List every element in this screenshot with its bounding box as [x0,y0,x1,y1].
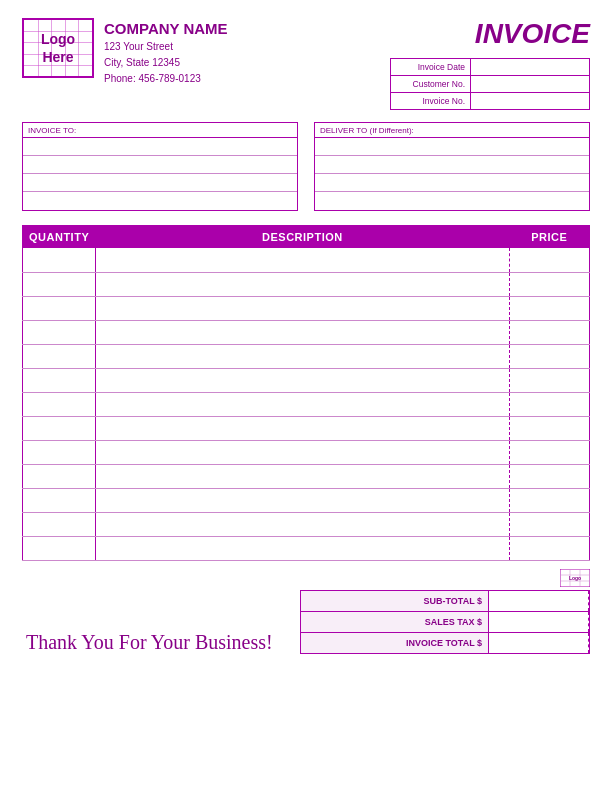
invoice-page: Logo Here COMPANY NAME 123 Your Street C… [0,0,612,792]
customer-no-label: Customer No. [391,76,471,92]
invoice-to-box: INVOICE TO: [22,122,298,211]
price-cell[interactable] [510,440,590,464]
desc-cell[interactable] [95,488,509,512]
qty-cell[interactable] [23,320,96,344]
subtotal-row: SUB-TOTAL $ [301,591,589,612]
table-row [23,488,590,512]
table-row [23,272,590,296]
address-line[interactable] [23,192,297,210]
table-row [23,512,590,536]
qty-cell[interactable] [23,392,96,416]
table-row [23,320,590,344]
address-line[interactable] [315,156,589,174]
tax-label: SALES TAX $ [301,612,489,632]
qty-cell[interactable] [23,368,96,392]
address-line[interactable] [23,138,297,156]
invoice-table: QUANTITY DESCRIPTION PRICE [22,225,590,561]
qty-cell[interactable] [23,344,96,368]
table-row [23,368,590,392]
total-value[interactable] [489,633,589,653]
desc-cell[interactable] [95,392,509,416]
desc-cell[interactable] [95,464,509,488]
table-row [23,416,590,440]
table-row [23,536,590,560]
qty-cell[interactable] [23,248,96,272]
qty-cell[interactable] [23,488,96,512]
price-cell[interactable] [510,344,590,368]
footer-section: Thank You For Your Business! Logo SUB [22,569,590,654]
invoice-no-label: Invoice No. [391,93,471,109]
invoice-date-row: Invoice Date [391,59,589,76]
price-cell[interactable] [510,488,590,512]
desc-cell[interactable] [95,512,509,536]
address-line[interactable] [315,174,589,192]
price-cell[interactable] [510,296,590,320]
table-row [23,296,590,320]
header-right: INVOICE Invoice Date Customer No. Invoic… [390,18,590,110]
desc-cell[interactable] [95,416,509,440]
address-line[interactable] [315,192,589,210]
qty-cell[interactable] [23,536,96,560]
price-cell[interactable] [510,368,590,392]
deliver-to-lines [315,138,589,210]
address-line[interactable] [23,174,297,192]
tax-row: SALES TAX $ [301,612,589,633]
company-info: COMPANY NAME 123 Your Street City, State… [104,18,228,87]
invoice-date-label: Invoice Date [391,59,471,75]
totals-logo-row: Logo [300,569,590,588]
qty-cell[interactable] [23,416,96,440]
desc-cell[interactable] [95,344,509,368]
invoice-to-lines [23,138,297,210]
price-cell[interactable] [510,464,590,488]
table-row [23,248,590,272]
price-cell[interactable] [510,512,590,536]
address-line[interactable] [23,156,297,174]
svg-text:Logo: Logo [569,575,581,581]
col-desc-header: DESCRIPTION [95,226,509,249]
address-line[interactable] [315,138,589,156]
company-name: COMPANY NAME [104,20,228,37]
qty-cell[interactable] [23,512,96,536]
header: Logo Here COMPANY NAME 123 Your Street C… [22,18,590,110]
mini-logo: Logo [560,569,590,588]
price-cell[interactable] [510,320,590,344]
header-left: Logo Here COMPANY NAME 123 Your Street C… [22,18,228,87]
total-row: INVOICE TOTAL $ [301,633,589,653]
price-cell[interactable] [510,272,590,296]
invoice-no-row: Invoice No. [391,93,589,109]
desc-cell[interactable] [95,536,509,560]
subtotal-label: SUB-TOTAL $ [301,591,489,611]
table-header: QUANTITY DESCRIPTION PRICE [23,226,590,249]
qty-cell[interactable] [23,464,96,488]
invoice-title: INVOICE [390,18,590,50]
qty-cell[interactable] [23,296,96,320]
invoice-to-label: INVOICE TO: [23,123,297,138]
tax-value[interactable] [489,612,589,632]
price-cell[interactable] [510,392,590,416]
desc-cell[interactable] [95,296,509,320]
invoice-fields: Invoice Date Customer No. Invoice No. [390,58,590,110]
price-cell[interactable] [510,536,590,560]
desc-cell[interactable] [95,440,509,464]
qty-cell[interactable] [23,440,96,464]
col-qty-header: QUANTITY [23,226,96,249]
table-row [23,440,590,464]
price-cell[interactable] [510,248,590,272]
qty-cell[interactable] [23,272,96,296]
thank-you-text: Thank You For Your Business! [22,631,273,654]
table-body [23,248,590,560]
logo-box: Logo Here [22,18,94,78]
subtotal-value[interactable] [489,591,589,611]
invoice-no-value[interactable] [471,93,589,109]
total-label: INVOICE TOTAL $ [301,633,489,653]
invoice-date-value[interactable] [471,59,589,75]
desc-cell[interactable] [95,368,509,392]
customer-no-value[interactable] [471,76,589,92]
desc-cell[interactable] [95,248,509,272]
desc-cell[interactable] [95,320,509,344]
table-row [23,344,590,368]
deliver-to-box: DELIVER TO (If Different): [314,122,590,211]
price-cell[interactable] [510,416,590,440]
totals-section: Logo SUB-TOTAL $ SALES TAX $ INVOICE TOT… [300,569,590,654]
desc-cell[interactable] [95,272,509,296]
